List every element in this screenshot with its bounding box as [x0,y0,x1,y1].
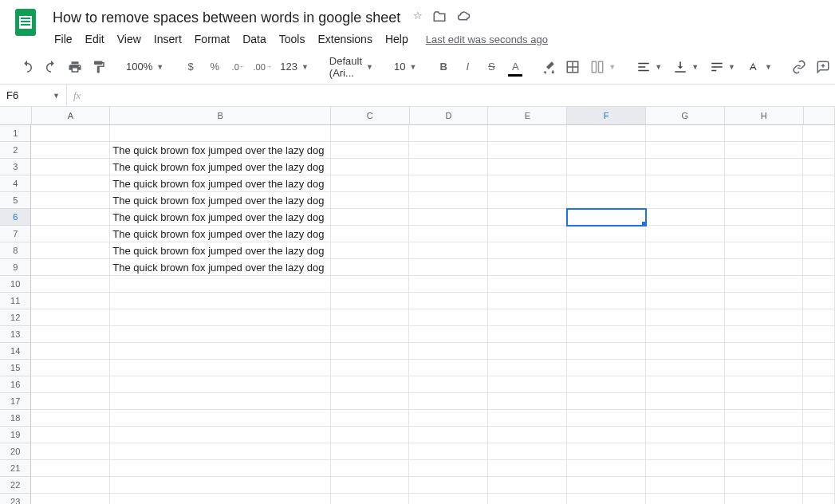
cell-H12[interactable] [725,309,804,326]
cell-A17[interactable] [31,393,110,410]
cell-G13[interactable] [646,326,725,343]
cell-G15[interactable] [646,360,725,376]
cell-B14[interactable] [110,343,330,360]
cell-B13[interactable] [110,326,330,343]
cell-G20[interactable] [646,443,725,460]
cell-D17[interactable] [409,393,488,410]
cell-G18[interactable] [646,410,725,427]
cell-extra-23[interactable] [803,494,835,504]
row-header-7[interactable]: 7 [0,226,31,242]
cell-B7[interactable]: The quick brown fox jumped over the lazy… [110,226,330,242]
zoom-dropdown[interactable]: 100%▼ [121,56,168,78]
cell-C21[interactable] [331,460,410,477]
cell-extra-4[interactable] [803,175,835,192]
cell-C8[interactable] [331,242,410,259]
cell-G7[interactable] [646,226,725,242]
cell-F12[interactable] [567,309,646,326]
fill-color-button[interactable] [538,56,560,78]
paint-format-button[interactable] [88,56,110,78]
cell-A15[interactable] [31,360,110,376]
cell-B5[interactable]: The quick brown fox jumped over the lazy… [110,192,330,209]
cell-G5[interactable] [646,192,725,209]
cell-H20[interactable] [725,443,804,460]
cell-F5[interactable] [567,192,646,209]
cell-D13[interactable] [409,326,488,343]
cell-H18[interactable] [725,410,804,427]
cell-extra-9[interactable] [803,259,835,276]
row-header-10[interactable]: 10 [0,276,31,293]
cell-H5[interactable] [725,192,804,209]
cell-D14[interactable] [409,343,488,360]
menu-view[interactable]: View [111,30,148,49]
document-title[interactable]: How to remove spaces between words in go… [48,8,405,28]
cell-C22[interactable] [331,477,410,494]
cell-H13[interactable] [725,326,804,343]
cell-extra-16[interactable] [803,376,835,393]
cell-G2[interactable] [646,142,725,159]
cell-E23[interactable] [488,494,567,504]
column-header-D[interactable]: D [410,107,489,125]
cell-D22[interactable] [409,477,488,494]
cell-extra-5[interactable] [803,192,835,209]
row-header-21[interactable]: 21 [0,460,31,477]
cell-H6[interactable] [725,209,804,226]
row-header-22[interactable]: 22 [0,477,31,494]
cell-B17[interactable] [110,393,330,410]
cell-C10[interactable] [331,276,410,293]
cell-G4[interactable] [646,175,725,192]
italic-button[interactable]: I [456,56,479,78]
menu-edit[interactable]: Edit [79,30,111,49]
cell-A20[interactable] [31,443,110,460]
row-header-2[interactable]: 2 [0,142,31,159]
cell-C2[interactable] [331,142,410,159]
font-size-dropdown[interactable]: 10▼ [389,56,421,78]
cell-B8[interactable]: The quick brown fox jumped over the lazy… [110,242,330,259]
cell-F13[interactable] [567,326,646,343]
cell-E11[interactable] [488,293,567,309]
redo-button[interactable] [40,56,62,78]
cell-D8[interactable] [409,242,488,259]
cell-H16[interactable] [725,376,804,393]
currency-button[interactable]: $ [179,56,202,78]
cell-C11[interactable] [331,293,410,309]
cell-H2[interactable] [725,142,804,159]
row-header-12[interactable]: 12 [0,309,31,326]
cell-C23[interactable] [331,494,410,504]
cell-E12[interactable] [488,309,567,326]
cell-A22[interactable] [31,477,110,494]
cell-D6[interactable] [409,209,488,226]
font-dropdown[interactable]: Default (Ari...▼ [325,56,378,78]
cell-B10[interactable] [110,276,330,293]
text-wrap-button[interactable]: ▼ [705,56,740,78]
cell-H10[interactable] [725,276,804,293]
cell-extra-7[interactable] [803,226,835,242]
cell-E20[interactable] [488,443,567,460]
cell-C15[interactable] [331,360,410,376]
cell-extra-17[interactable] [803,393,835,410]
row-header-18[interactable]: 18 [0,410,31,427]
more-formats-dropdown[interactable]: 123▼ [275,56,313,78]
cell-E18[interactable] [488,410,567,427]
row-header-9[interactable]: 9 [0,259,31,276]
cell-extra-19[interactable] [803,427,835,443]
select-all-corner[interactable] [0,107,32,125]
cell-G16[interactable] [646,376,725,393]
cell-A12[interactable] [31,309,110,326]
cell-extra-3[interactable] [803,159,835,175]
row-header-11[interactable]: 11 [0,293,31,309]
cell-H1[interactable] [725,125,804,142]
menu-file[interactable]: File [48,30,79,49]
sheets-logo[interactable] [10,6,41,38]
cell-H15[interactable] [725,360,804,376]
cell-B21[interactable] [110,460,330,477]
menu-insert[interactable]: Insert [148,30,188,49]
cell-F3[interactable] [567,159,646,175]
cell-D18[interactable] [409,410,488,427]
cell-E6[interactable] [488,209,567,226]
menu-extensions[interactable]: Extensions [311,30,378,49]
cell-G22[interactable] [646,477,725,494]
percent-button[interactable]: % [203,56,226,78]
column-header-H[interactable]: H [725,107,804,125]
cell-G12[interactable] [646,309,725,326]
cell-B23[interactable] [110,494,330,504]
